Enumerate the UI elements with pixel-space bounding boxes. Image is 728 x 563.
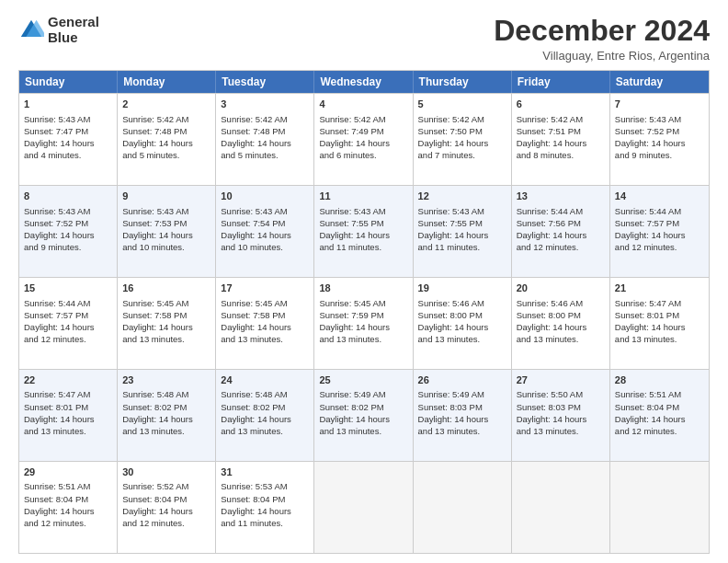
- day-info-line: Sunrise: 5:48 AM: [221, 388, 309, 400]
- day-info-line: Sunrise: 5:51 AM: [615, 388, 704, 400]
- day-info-line: and 11 minutes.: [418, 241, 506, 253]
- day-info-line: Sunset: 8:01 PM: [615, 309, 704, 321]
- day-info-line: Sunrise: 5:45 AM: [319, 297, 407, 309]
- day-info-line: Sunrise: 5:43 AM: [24, 205, 112, 217]
- day-info-line: Daylight: 14 hours: [615, 229, 704, 241]
- day-info-line: Sunset: 7:57 PM: [24, 309, 112, 321]
- day-number: 20: [517, 282, 605, 295]
- day-info-line: Sunrise: 5:42 AM: [122, 113, 210, 125]
- day-info-line: Sunset: 7:48 PM: [221, 125, 309, 137]
- day-info-line: Daylight: 14 hours: [615, 137, 704, 149]
- day-number: 2: [122, 98, 210, 111]
- day-info-line: Daylight: 14 hours: [221, 229, 309, 241]
- day-number: 10: [221, 190, 309, 203]
- day-info-line: and 13 minutes.: [418, 333, 506, 345]
- day-cell-5: 5Sunrise: 5:42 AMSunset: 7:50 PMDaylight…: [414, 94, 512, 185]
- day-number: 28: [615, 373, 704, 387]
- day-number: 4: [319, 98, 407, 111]
- day-info-line: and 7 minutes.: [418, 149, 506, 161]
- day-cell-3: 3Sunrise: 5:42 AMSunset: 7:48 PMDaylight…: [216, 94, 314, 185]
- day-info-line: Daylight: 14 hours: [418, 229, 506, 241]
- day-info-line: Daylight: 14 hours: [319, 137, 407, 149]
- day-info-line: and 13 minutes.: [319, 425, 407, 437]
- day-info-line: Sunset: 7:52 PM: [615, 125, 704, 137]
- day-info-line: Sunset: 8:04 PM: [122, 493, 210, 505]
- day-header-monday: Monday: [118, 71, 216, 93]
- day-info-line: and 12 minutes.: [517, 241, 605, 253]
- day-number: 29: [24, 465, 112, 479]
- day-header-wednesday: Wednesday: [314, 71, 413, 93]
- day-info-line: Daylight: 14 hours: [319, 229, 407, 241]
- day-cell-23: 23Sunrise: 5:48 AMSunset: 8:02 PMDayligh…: [118, 370, 216, 461]
- week-row-2: 8Sunrise: 5:43 AMSunset: 7:52 PMDaylight…: [19, 185, 709, 277]
- day-info-line: Daylight: 14 hours: [122, 229, 210, 241]
- day-cell-7: 7Sunrise: 5:43 AMSunset: 7:52 PMDaylight…: [610, 94, 709, 185]
- day-cell-8: 8Sunrise: 5:43 AMSunset: 7:52 PMDaylight…: [19, 186, 118, 277]
- day-cell-25: 25Sunrise: 5:49 AMSunset: 8:02 PMDayligh…: [314, 370, 413, 461]
- empty-cell: [512, 462, 610, 553]
- day-cell-9: 9Sunrise: 5:43 AMSunset: 7:53 PMDaylight…: [118, 186, 216, 277]
- day-info-line: Sunset: 8:02 PM: [221, 401, 309, 413]
- day-info-line: Sunrise: 5:52 AM: [122, 480, 210, 492]
- day-header-thursday: Thursday: [414, 71, 512, 93]
- day-info-line: Sunrise: 5:42 AM: [418, 113, 506, 125]
- day-number: 11: [319, 190, 407, 203]
- day-number: 23: [122, 373, 210, 387]
- day-info-line: and 11 minutes.: [221, 517, 309, 529]
- day-info-line: Sunset: 8:04 PM: [221, 493, 309, 505]
- day-number: 13: [517, 190, 605, 203]
- day-info-line: Sunset: 8:01 PM: [24, 401, 112, 413]
- day-info-line: Sunrise: 5:43 AM: [122, 205, 210, 217]
- day-info-line: Sunset: 8:02 PM: [319, 401, 407, 413]
- logo-text: General Blue: [48, 15, 99, 45]
- day-info-line: Sunset: 7:58 PM: [122, 309, 210, 321]
- day-number: 8: [24, 190, 112, 203]
- week-row-4: 22Sunrise: 5:47 AMSunset: 8:01 PMDayligh…: [19, 369, 709, 461]
- day-info-line: Daylight: 14 hours: [24, 413, 112, 425]
- day-info-line: Daylight: 14 hours: [615, 413, 704, 425]
- day-info-line: Daylight: 14 hours: [24, 505, 112, 517]
- day-info-line: Sunrise: 5:45 AM: [122, 297, 210, 309]
- day-cell-12: 12Sunrise: 5:43 AMSunset: 7:55 PMDayligh…: [414, 186, 512, 277]
- day-info-line: and 10 minutes.: [221, 241, 309, 253]
- day-info-line: Daylight: 14 hours: [24, 229, 112, 241]
- day-info-line: Sunrise: 5:42 AM: [319, 113, 407, 125]
- day-number: 6: [517, 98, 605, 111]
- day-number: 30: [122, 465, 210, 479]
- day-info-line: Daylight: 14 hours: [122, 413, 210, 425]
- day-cell-28: 28Sunrise: 5:51 AMSunset: 8:04 PMDayligh…: [610, 370, 709, 461]
- day-info-line: and 13 minutes.: [319, 333, 407, 345]
- day-number: 27: [517, 373, 605, 387]
- day-number: 24: [221, 373, 309, 387]
- day-number: 1: [24, 98, 112, 111]
- day-info-line: Sunrise: 5:44 AM: [24, 297, 112, 309]
- day-cell-20: 20Sunrise: 5:46 AMSunset: 8:00 PMDayligh…: [512, 278, 610, 369]
- day-number: 15: [24, 282, 112, 295]
- day-info-line: Sunrise: 5:46 AM: [418, 297, 506, 309]
- day-header-saturday: Saturday: [610, 71, 709, 93]
- day-info-line: Sunset: 7:53 PM: [122, 217, 210, 229]
- day-info-line: and 9 minutes.: [24, 241, 112, 253]
- day-info-line: Daylight: 14 hours: [24, 321, 112, 333]
- week-row-3: 15Sunrise: 5:44 AMSunset: 7:57 PMDayligh…: [19, 277, 709, 369]
- day-info-line: Sunset: 7:51 PM: [517, 125, 605, 137]
- day-info-line: and 13 minutes.: [615, 333, 704, 345]
- day-info-line: and 13 minutes.: [418, 425, 506, 437]
- week-row-5: 29Sunrise: 5:51 AMSunset: 8:04 PMDayligh…: [19, 461, 709, 553]
- day-info-line: Sunrise: 5:47 AM: [615, 297, 704, 309]
- calendar: SundayMondayTuesdayWednesdayThursdayFrid…: [18, 70, 710, 554]
- day-info-line: Sunrise: 5:49 AM: [418, 388, 506, 400]
- day-number: 21: [615, 282, 704, 295]
- day-info-line: Sunrise: 5:43 AM: [418, 205, 506, 217]
- empty-cell: [414, 462, 512, 553]
- empty-cell: [314, 462, 413, 553]
- day-cell-30: 30Sunrise: 5:52 AMSunset: 8:04 PMDayligh…: [118, 462, 216, 553]
- day-info-line: Sunrise: 5:53 AM: [221, 480, 309, 492]
- subtitle: Villaguay, Entre Rios, Argentina: [494, 49, 710, 63]
- day-info-line: Sunset: 8:02 PM: [122, 401, 210, 413]
- day-info-line: Sunset: 8:00 PM: [418, 309, 506, 321]
- day-cell-24: 24Sunrise: 5:48 AMSunset: 8:02 PMDayligh…: [216, 370, 314, 461]
- day-number: 26: [418, 373, 506, 387]
- day-number: 18: [319, 282, 407, 295]
- day-info-line: Daylight: 14 hours: [517, 229, 605, 241]
